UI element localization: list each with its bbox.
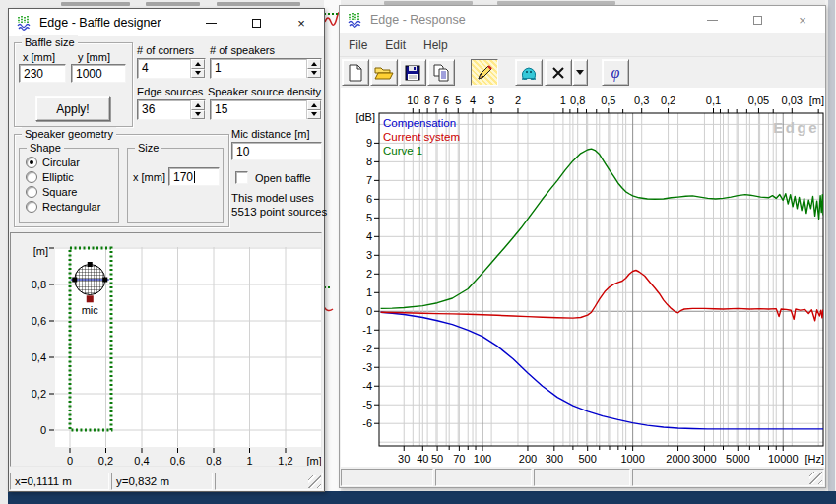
svg-text:5: 5 (455, 94, 461, 106)
size-x-input[interactable]: 170 (168, 167, 220, 186)
background-taskbar-strip (8, 491, 836, 504)
menu-file[interactable]: File (340, 38, 376, 52)
source-density-spin-down[interactable] (307, 110, 321, 120)
copy-pages-icon (433, 64, 450, 82)
blue-creature-icon (519, 64, 539, 82)
open-file-button[interactable] (370, 59, 398, 86)
x-delete-icon (551, 66, 565, 80)
phase-button[interactable]: φ (602, 59, 629, 86)
corners-spin-down[interactable] (191, 69, 205, 79)
text-caret (194, 171, 195, 183)
svg-text:0,3: 0,3 (634, 94, 649, 106)
svg-text:4: 4 (470, 94, 476, 106)
mic-marker[interactable] (87, 295, 94, 302)
delete-curve-dropdown-button[interactable] (572, 59, 588, 86)
shape-option-label: Elliptic (42, 171, 74, 183)
speaker-geometry-legend: Speaker geometry (22, 127, 116, 142)
speaker-driver[interactable] (75, 264, 105, 294)
speakers-spin-down[interactable] (307, 69, 321, 79)
edge-sources-spinner[interactable]: 36 (137, 99, 206, 120)
speaker-drag-handle[interactable] (102, 278, 107, 283)
svg-text:3000: 3000 (692, 453, 716, 465)
svg-text:0,6: 0,6 (32, 315, 46, 327)
close-button[interactable]: × (279, 9, 324, 36)
edge-sources-spin-up[interactable] (191, 100, 205, 110)
svg-text:[m]: [m] (33, 245, 48, 257)
corners-spinner[interactable]: 4 (137, 58, 206, 79)
svg-text:0,03: 0,03 (782, 94, 803, 106)
maximize-button[interactable] (735, 6, 780, 33)
series-curve-1 (381, 149, 823, 308)
size-x-label: x [mm] (133, 171, 165, 183)
baffle-designer-titlebar[interactable]: Edge - Baffle designer × (9, 9, 324, 36)
baffle-designer-content: Baffle size x [mm] y [mm] 230 1000 Apply… (9, 36, 324, 491)
svg-text:Compensation: Compensation (383, 117, 456, 129)
radio-icon (26, 171, 37, 183)
speakers-label: # of speakers (210, 44, 275, 56)
shape-option-square[interactable]: Square (26, 186, 77, 198)
svg-text:0,05: 0,05 (748, 94, 769, 106)
svg-text:1: 1 (366, 286, 372, 298)
source-density-spinner[interactable]: 15 (210, 99, 322, 120)
up-arrow-icon (311, 62, 317, 66)
svg-text:0,1: 0,1 (706, 94, 721, 106)
shape-option-label: Rectangular (42, 201, 100, 213)
new-file-button[interactable] (342, 59, 369, 86)
response-titlebar[interactable]: Edge - Response × (340, 6, 825, 33)
open-baffle-checkbox[interactable] (235, 171, 248, 184)
minimize-button[interactable] (689, 6, 735, 33)
svg-text:Curve 1: Curve 1 (383, 145, 422, 157)
speaker-drag-handle[interactable] (88, 262, 93, 267)
shape-option-rectangular[interactable]: Rectangular (26, 201, 100, 213)
draw-mode-button[interactable] (471, 59, 498, 86)
baffle-plot-panel: 00,20,40,60,8[m]00,20,40,60,811,2[m]mic (10, 232, 322, 467)
shape-option-circular[interactable]: Circular (26, 157, 80, 168)
desktop-background: Edge - Baffle designer × Baffle size x [… (0, 0, 836, 504)
edge-sources-spin-down[interactable] (191, 110, 205, 120)
close-button[interactable]: × (780, 6, 825, 33)
minimize-button[interactable] (188, 9, 233, 36)
mic-distance-input[interactable]: 10 (231, 142, 322, 160)
svg-text:-1: -1 (362, 324, 372, 336)
svg-text:200: 200 (519, 453, 537, 465)
response-menubar: File Edit Help (340, 33, 825, 57)
svg-text:9: 9 (366, 137, 372, 149)
baffle-x-label: x [mm] (23, 51, 55, 63)
source-density-spin-up[interactable] (307, 100, 321, 110)
size-x-value: 170 (173, 170, 193, 184)
down-arrow-icon (195, 112, 201, 116)
corners-spin-up[interactable] (191, 59, 205, 69)
delete-curve-button[interactable] (545, 59, 572, 86)
svg-text:0,8: 0,8 (32, 279, 46, 290)
corners-value: 4 (138, 59, 190, 78)
open-baffle-row[interactable]: Open baffle (235, 171, 311, 184)
svg-text:8: 8 (424, 94, 430, 106)
resize-grip[interactable] (308, 475, 321, 488)
speakers-spinner[interactable]: 1 (210, 58, 322, 79)
baffle-x-input[interactable]: 230 (19, 64, 66, 83)
copy-button[interactable] (427, 59, 455, 86)
mic-label: mic (82, 304, 99, 316)
edge-watermark: Edge (773, 119, 819, 136)
svg-text:4: 4 (366, 230, 372, 242)
baffle-designer-window: Edge - Baffle designer × Baffle size x [… (8, 8, 325, 492)
open-folder-icon (374, 65, 394, 81)
speaker-drag-handle[interactable] (72, 278, 77, 283)
speakers-spin-up[interactable] (307, 59, 321, 69)
response-grid (379, 113, 823, 446)
svg-text:1,2: 1,2 (278, 455, 292, 466)
apply-button[interactable]: Apply! (35, 96, 110, 121)
menu-help[interactable]: Help (415, 38, 457, 52)
mascot-button[interactable] (515, 59, 543, 86)
baffle-y-input[interactable]: 1000 (71, 64, 126, 83)
maximize-button[interactable] (233, 9, 279, 36)
save-button[interactable] (399, 59, 426, 86)
svg-text:100: 100 (474, 453, 491, 465)
shape-option-elliptic[interactable]: Elliptic (26, 171, 74, 183)
response-chart-area: 3040507010020030050010002000300050001000… (341, 88, 825, 468)
svg-text:0,2: 0,2 (98, 455, 113, 466)
baffle-layout-plot[interactable]: 00,20,40,60,8[m]00,20,40,60,811,2[m]mic (11, 233, 321, 466)
resize-grip[interactable] (809, 472, 822, 484)
menu-edit[interactable]: Edit (376, 38, 415, 52)
source-density-label: Speaker source density (208, 86, 321, 97)
